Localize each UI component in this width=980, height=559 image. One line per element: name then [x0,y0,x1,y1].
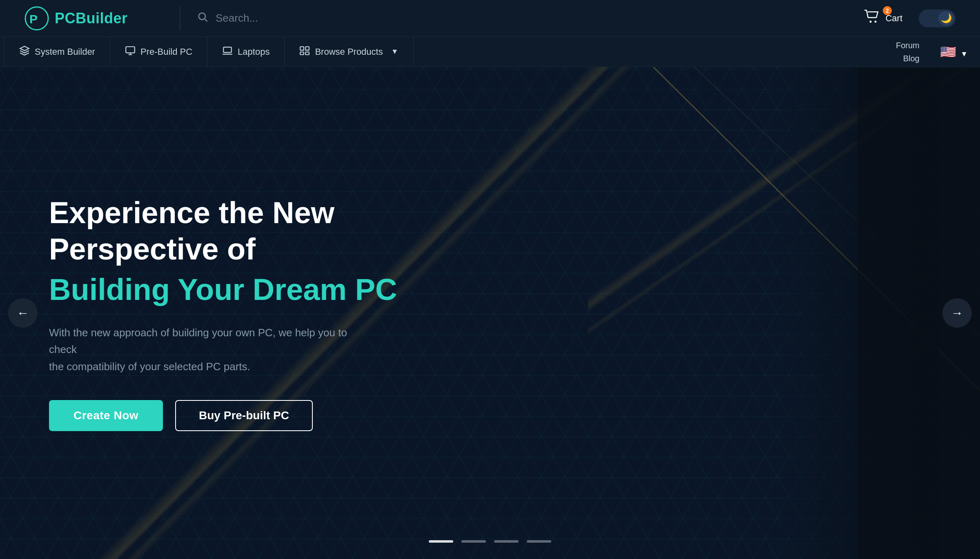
svg-line-3 [205,19,207,21]
carousel-arrow-right[interactable]: → [942,298,972,328]
browse-products-icon [299,45,310,58]
search-area [197,11,864,25]
svg-point-4 [870,21,872,23]
carousel-dot-3[interactable] [494,540,519,543]
carousel-dot-1[interactable] [429,540,453,543]
cart-icon [864,9,880,27]
logo-text: PCBuilder [55,10,128,27]
flag-area[interactable]: 🇺🇸 ▼ [940,44,968,60]
theme-toggle[interactable]: 🌙 [919,9,956,27]
system-builder-icon [19,45,30,58]
cart-badge: 2 [883,6,892,15]
sidebar-item-laptops[interactable]: Laptops [207,37,285,67]
logo-icon: P [24,6,49,31]
hero-title-teal: Building Your Dream PC [49,272,441,308]
nav-right-links: Forum Blog [896,40,932,64]
carousel-dots [429,540,551,543]
pre-build-icon [125,45,136,58]
svg-point-5 [875,21,877,23]
flag-icon: 🇺🇸 [940,45,956,59]
carousel-dot-2[interactable] [461,540,486,543]
hero-subtitle: With the new approach of building your o… [49,324,368,376]
sidebar-item-pre-build-pc[interactable]: Pre-Build PC [110,37,207,67]
svg-rect-9 [306,47,310,50]
svg-rect-6 [126,47,135,53]
svg-rect-11 [306,52,310,55]
system-builder-label: System Builder [35,47,95,57]
sidebar-item-browse-products[interactable]: Browse Products ▼ [285,37,413,67]
theme-toggle-knob: 🌙 [938,11,954,26]
forum-link[interactable]: Forum [896,40,920,51]
svg-text:P: P [29,12,38,26]
search-input[interactable] [216,12,864,25]
pre-build-label: Pre-Build PC [140,47,192,57]
create-now-button[interactable]: Create Now [49,400,163,431]
sidebar-item-system-builder[interactable]: System Builder [4,37,110,67]
secondary-navbar: System Builder Pre-Build PC Laptops [0,37,980,67]
hero-content: Experience the New Perspective of Buildi… [0,195,490,431]
search-icon [197,11,208,25]
carousel-arrow-left[interactable]: ← [8,298,38,328]
hero-section: Experience the New Perspective of Buildi… [0,67,980,559]
svg-rect-7 [223,47,232,52]
buy-prebuilt-button[interactable]: Buy Pre-built PC [175,400,313,431]
blog-link[interactable]: Blog [903,53,920,64]
nav-right: 2 Cart 🌙 [864,9,956,27]
svg-rect-8 [301,47,304,50]
carousel-dot-4[interactable] [527,540,551,543]
laptops-icon [222,45,233,58]
browse-products-label: Browse Products [315,47,383,57]
dropdown-chevron-icon: ▼ [960,50,968,58]
logo-area[interactable]: P PCBuilder [24,6,163,31]
hero-title-white: Experience the New Perspective of [49,195,441,268]
nav-divider [180,6,180,31]
svg-point-2 [199,13,205,20]
cart-area[interactable]: 2 Cart [864,9,902,27]
svg-rect-10 [301,52,304,55]
dropdown-chevron-icon: ▼ [391,47,399,56]
laptops-label: Laptops [238,47,270,57]
top-navbar: P PCBuilder 2 Cart [0,0,980,37]
nav-items: System Builder Pre-Build PC Laptops [4,37,896,67]
hero-buttons: Create Now Buy Pre-built PC [49,400,441,431]
